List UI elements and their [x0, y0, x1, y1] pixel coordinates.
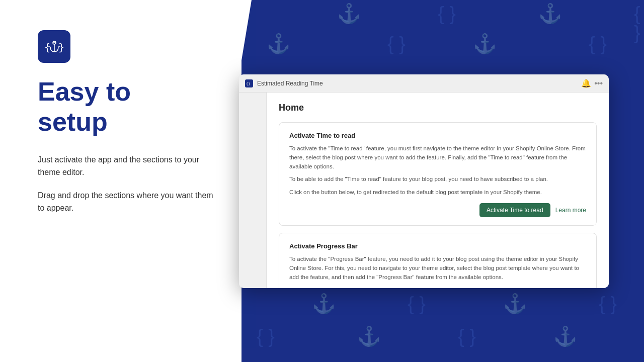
learn-more-link-1[interactable]: Learn more [555, 207, 586, 214]
window-titlebar: {} Estimated Reading Time 🔔 ••• [239, 74, 609, 93]
pattern-brace-icon: { } [387, 34, 406, 53]
pattern-anchor-icon: ⚓ [473, 34, 497, 53]
card1-actions: Activate Time to read Learn more [289, 203, 586, 217]
card2-text1: To activate the "Progress Bar" feature, … [289, 255, 586, 282]
card-activate-time-to-read: Activate Time to read To activate the "T… [279, 122, 597, 226]
window-body: Home Activate Time to read To activate t… [239, 93, 609, 288]
pattern-brace-icon: { } [458, 327, 476, 346]
window-content: Home Activate Time to read To activate t… [267, 93, 609, 288]
description-1: Just activate the app and the sections t… [38, 153, 221, 179]
card1-text3: Click on the button below, to get redire… [289, 188, 586, 197]
svg-text:{: { [44, 41, 50, 53]
logo: { } [38, 30, 70, 63]
headline: Easy to setup [38, 77, 221, 137]
left-panel: { } Easy to setup Just activate the app … [0, 0, 242, 362]
card-activate-progress-bar: Activate Progress Bar To activate the "P… [279, 233, 597, 288]
pattern-anchor-icon: ⚓ [357, 327, 381, 346]
pattern-brace-icon: { } [438, 4, 456, 23]
window-title: Estimated Reading Time [257, 80, 581, 87]
pattern-anchor-icon: ⚓ [538, 4, 562, 23]
pattern-brace-icon: { } [599, 294, 617, 313]
pattern-anchor-icon: ⚓ [267, 34, 290, 53]
window-menu-icon[interactable]: ••• [594, 79, 603, 88]
card1-title: Activate Time to read [289, 132, 586, 139]
pattern-anchor-icon: ⚓ [337, 4, 361, 23]
card2-title: Activate Progress Bar [289, 242, 586, 250]
window-controls: 🔔 ••• [581, 78, 603, 88]
card1-text2: To be able to add the "Time to read" fea… [289, 175, 586, 184]
description-2: Drag and drop the sections where you wan… [38, 189, 221, 215]
pattern-anchor-icon: ⚓ [312, 294, 336, 313]
svg-text:{}: {} [247, 82, 250, 86]
card2-text2: To be able to add the "Progress Bar" fea… [289, 286, 586, 289]
window-bell-icon[interactable]: 🔔 [581, 78, 591, 88]
pattern-anchor-icon: ⚓ [503, 294, 527, 313]
svg-point-2 [53, 41, 56, 44]
card1-text1: To activate the "Time to read" feature, … [289, 144, 586, 171]
app-icon: {} [245, 79, 253, 87]
pattern-brace-icon: { } [257, 327, 275, 346]
activate-time-to-read-button[interactable]: Activate Time to read [479, 203, 550, 217]
svg-text:}: } [58, 41, 64, 53]
pattern-brace-icon: { } [408, 294, 426, 313]
pattern-anchor-icon: ⚓ [553, 327, 577, 346]
window-sidebar [239, 93, 267, 288]
pattern-brace-icon: { } [589, 34, 607, 53]
pattern-brace-icon: { } [634, 4, 644, 42]
content-title: Home [279, 103, 597, 113]
logo-icon: { } [43, 36, 65, 58]
app-window: {} Estimated Reading Time 🔔 ••• Home Act… [239, 74, 609, 288]
